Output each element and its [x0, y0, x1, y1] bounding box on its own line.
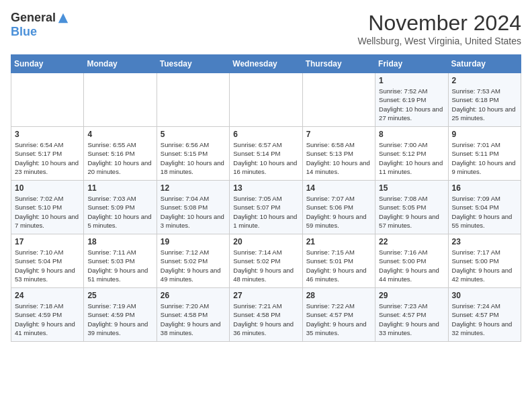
calendar-cell: 24Sunrise: 7:18 AM Sunset: 4:59 PM Dayli… [11, 288, 84, 342]
day-number: 11 [87, 183, 152, 193]
calendar-cell: 22Sunrise: 7:16 AM Sunset: 5:00 PM Dayli… [375, 234, 448, 288]
calendar-cell: 14Sunrise: 7:07 AM Sunset: 5:06 PM Dayli… [302, 181, 375, 234]
day-info: Sunrise: 7:09 AM Sunset: 5:04 PM Dayligh… [452, 194, 517, 230]
calendar-cell: 5Sunrise: 6:56 AM Sunset: 5:15 PM Daylig… [157, 127, 229, 181]
day-number: 6 [233, 130, 298, 139]
day-info: Sunrise: 7:04 AM Sunset: 5:08 PM Dayligh… [161, 194, 226, 230]
day-number: 16 [452, 183, 517, 193]
day-number: 24 [15, 291, 80, 300]
day-info: Sunrise: 6:56 AM Sunset: 5:15 PM Dayligh… [161, 140, 226, 176]
day-number: 29 [379, 291, 444, 300]
day-number: 21 [306, 237, 371, 246]
day-info: Sunrise: 7:12 AM Sunset: 5:02 PM Dayligh… [161, 248, 226, 283]
day-info: Sunrise: 7:03 AM Sunset: 5:09 PM Dayligh… [87, 194, 152, 230]
month-title: November 2024 [357, 11, 521, 36]
calendar-cell: 7Sunrise: 6:58 AM Sunset: 5:13 PM Daylig… [302, 127, 375, 181]
day-info: Sunrise: 6:57 AM Sunset: 5:14 PM Dayligh… [233, 140, 298, 176]
day-number: 3 [15, 130, 80, 139]
day-info: Sunrise: 7:14 AM Sunset: 5:02 PM Dayligh… [233, 248, 298, 283]
day-number: 13 [233, 183, 298, 193]
calendar-cell: 25Sunrise: 7:19 AM Sunset: 4:59 PM Dayli… [84, 288, 157, 342]
calendar-cell [230, 73, 302, 127]
day-info: Sunrise: 7:52 AM Sunset: 6:19 PM Dayligh… [379, 87, 444, 122]
day-number: 9 [452, 130, 517, 139]
calendar-cell [11, 73, 84, 127]
day-number: 1 [379, 76, 444, 85]
day-info: Sunrise: 7:07 AM Sunset: 5:06 PM Dayligh… [306, 194, 371, 230]
calendar-cell: 30Sunrise: 7:24 AM Sunset: 4:57 PM Dayli… [448, 288, 521, 342]
calendar-week-1: 1Sunrise: 7:52 AM Sunset: 6:19 PM Daylig… [11, 73, 521, 127]
calendar-week-4: 17Sunrise: 7:10 AM Sunset: 5:04 PM Dayli… [11, 234, 521, 288]
logo-icon [57, 12, 69, 24]
day-info: Sunrise: 7:15 AM Sunset: 5:01 PM Dayligh… [306, 248, 371, 283]
calendar-cell: 2Sunrise: 7:53 AM Sunset: 6:18 PM Daylig… [448, 73, 521, 127]
calendar-cell: 17Sunrise: 7:10 AM Sunset: 5:04 PM Dayli… [11, 234, 84, 288]
day-info: Sunrise: 7:17 AM Sunset: 5:00 PM Dayligh… [452, 248, 517, 283]
calendar-cell: 13Sunrise: 7:05 AM Sunset: 5:07 PM Dayli… [230, 181, 302, 234]
calendar-cell: 15Sunrise: 7:08 AM Sunset: 5:05 PM Dayli… [375, 181, 448, 234]
day-number: 25 [87, 291, 152, 300]
logo-general-text: General [11, 11, 56, 25]
calendar-cell: 16Sunrise: 7:09 AM Sunset: 5:04 PM Dayli… [448, 181, 521, 234]
weekday-header-saturday: Saturday [448, 55, 521, 73]
day-number: 2 [452, 76, 517, 85]
day-number: 14 [306, 183, 371, 193]
day-number: 22 [379, 237, 444, 246]
calendar-week-2: 3Sunrise: 6:54 AM Sunset: 5:17 PM Daylig… [11, 127, 521, 181]
day-info: Sunrise: 7:23 AM Sunset: 4:57 PM Dayligh… [379, 302, 444, 337]
day-number: 4 [87, 130, 152, 139]
day-info: Sunrise: 6:54 AM Sunset: 5:17 PM Dayligh… [15, 140, 80, 176]
day-info: Sunrise: 7:18 AM Sunset: 4:59 PM Dayligh… [15, 302, 80, 337]
day-info: Sunrise: 7:10 AM Sunset: 5:04 PM Dayligh… [15, 248, 80, 283]
calendar-cell: 12Sunrise: 7:04 AM Sunset: 5:08 PM Dayli… [157, 181, 229, 234]
calendar-cell: 10Sunrise: 7:02 AM Sunset: 5:10 PM Dayli… [11, 181, 84, 234]
location-text: Wellsburg, West Virginia, United States [357, 36, 521, 46]
calendar-body: 1Sunrise: 7:52 AM Sunset: 6:19 PM Daylig… [11, 73, 521, 342]
day-info: Sunrise: 7:11 AM Sunset: 5:03 PM Dayligh… [87, 248, 152, 283]
calendar-cell: 11Sunrise: 7:03 AM Sunset: 5:09 PM Dayli… [84, 181, 157, 234]
calendar-week-3: 10Sunrise: 7:02 AM Sunset: 5:10 PM Dayli… [11, 181, 521, 234]
day-info: Sunrise: 7:19 AM Sunset: 4:59 PM Dayligh… [87, 302, 152, 337]
day-number: 15 [379, 183, 444, 193]
weekday-header-thursday: Thursday [302, 55, 375, 73]
logo-blue-text: Blue [11, 25, 37, 39]
weekday-header-monday: Monday [84, 55, 157, 73]
day-number: 19 [161, 237, 226, 246]
calendar-cell: 27Sunrise: 7:21 AM Sunset: 4:58 PM Dayli… [230, 288, 302, 342]
weekday-header-row: SundayMondayTuesdayWednesdayThursdayFrid… [11, 55, 521, 73]
weekday-header-tuesday: Tuesday [157, 55, 229, 73]
day-number: 23 [452, 237, 517, 246]
day-info: Sunrise: 7:08 AM Sunset: 5:05 PM Dayligh… [379, 194, 444, 230]
calendar-cell: 20Sunrise: 7:14 AM Sunset: 5:02 PM Dayli… [230, 234, 302, 288]
day-number: 17 [15, 237, 80, 246]
logo: General Blue [11, 11, 69, 39]
calendar-cell: 18Sunrise: 7:11 AM Sunset: 5:03 PM Dayli… [84, 234, 157, 288]
day-info: Sunrise: 7:53 AM Sunset: 6:18 PM Dayligh… [452, 87, 517, 122]
calendar-cell [84, 73, 157, 127]
calendar-cell [302, 73, 375, 127]
day-info: Sunrise: 6:58 AM Sunset: 5:13 PM Dayligh… [306, 140, 371, 176]
day-number: 26 [161, 291, 226, 300]
calendar-cell [157, 73, 229, 127]
weekday-header-friday: Friday [375, 55, 448, 73]
day-info: Sunrise: 7:22 AM Sunset: 4:57 PM Dayligh… [306, 302, 371, 337]
calendar-table: SundayMondayTuesdayWednesdayThursdayFrid… [11, 54, 521, 342]
calendar-cell: 9Sunrise: 7:01 AM Sunset: 5:11 PM Daylig… [448, 127, 521, 181]
calendar-cell: 19Sunrise: 7:12 AM Sunset: 5:02 PM Dayli… [157, 234, 229, 288]
calendar-cell: 4Sunrise: 6:55 AM Sunset: 5:16 PM Daylig… [84, 127, 157, 181]
calendar-cell: 8Sunrise: 7:00 AM Sunset: 5:12 PM Daylig… [375, 127, 448, 181]
calendar-cell: 6Sunrise: 6:57 AM Sunset: 5:14 PM Daylig… [230, 127, 302, 181]
day-info: Sunrise: 7:01 AM Sunset: 5:11 PM Dayligh… [452, 140, 517, 176]
day-number: 20 [233, 237, 298, 246]
weekday-header-sunday: Sunday [11, 55, 84, 73]
calendar-week-5: 24Sunrise: 7:18 AM Sunset: 4:59 PM Dayli… [11, 288, 521, 342]
day-info: Sunrise: 6:55 AM Sunset: 5:16 PM Dayligh… [87, 140, 152, 176]
day-number: 28 [306, 291, 371, 300]
day-number: 12 [161, 183, 226, 193]
calendar-cell: 1Sunrise: 7:52 AM Sunset: 6:19 PM Daylig… [375, 73, 448, 127]
calendar-cell: 26Sunrise: 7:20 AM Sunset: 4:58 PM Dayli… [157, 288, 229, 342]
calendar-cell: 29Sunrise: 7:23 AM Sunset: 4:57 PM Dayli… [375, 288, 448, 342]
weekday-header-wednesday: Wednesday [230, 55, 302, 73]
day-number: 5 [161, 130, 226, 139]
calendar-cell: 21Sunrise: 7:15 AM Sunset: 5:01 PM Dayli… [302, 234, 375, 288]
